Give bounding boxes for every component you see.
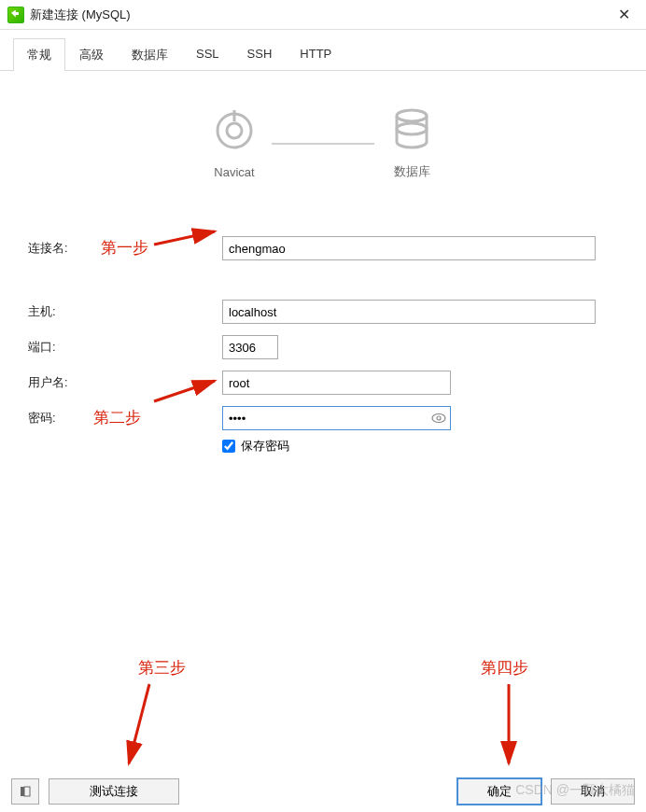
svg-rect-8 <box>24 787 30 796</box>
annotation-step3: 第三步 <box>138 657 186 679</box>
tab-general[interactable]: 常规 <box>13 38 65 71</box>
port-label: 端口: <box>26 339 222 356</box>
tab-ssh[interactable]: SSH <box>233 38 287 71</box>
bottom-bar: 测试连接 确定 取消 <box>0 778 646 805</box>
collapse-button[interactable] <box>11 778 39 805</box>
svg-point-4 <box>397 123 427 134</box>
tab-ssl[interactable]: SSL <box>182 38 233 71</box>
svg-point-5 <box>432 414 445 423</box>
cancel-button[interactable]: 取消 <box>551 778 635 805</box>
svg-point-1 <box>227 123 242 138</box>
titlebar: 新建连接 (MySQL) ✕ <box>0 0 646 30</box>
test-connection-button[interactable]: 测试连接 <box>49 778 179 805</box>
svg-point-3 <box>397 110 427 121</box>
connector-line <box>272 143 374 145</box>
save-pwd-checkbox[interactable] <box>222 440 235 453</box>
tab-advanced[interactable]: 高级 <box>65 38 118 71</box>
navicat-label: Navicat <box>214 165 254 179</box>
navicat-icon <box>212 108 257 156</box>
database-icon <box>389 106 434 154</box>
conn-name-label: 连接名: <box>26 240 222 257</box>
port-input[interactable] <box>222 335 278 359</box>
svg-rect-7 <box>21 787 24 796</box>
app-icon <box>7 7 24 23</box>
window-title: 新建连接 (MySQL) <box>30 7 609 23</box>
close-icon[interactable]: ✕ <box>609 2 639 28</box>
save-pwd-label: 保存密码 <box>241 438 289 455</box>
save-pwd-row[interactable]: 保存密码 <box>222 438 620 455</box>
eye-icon[interactable] <box>428 407 450 429</box>
tabs: 常规 高级 数据库 SSL SSH HTTP <box>0 37 646 71</box>
user-label: 用户名: <box>26 374 222 391</box>
ok-button[interactable]: 确定 <box>457 778 541 805</box>
svg-point-6 <box>437 416 441 420</box>
host-input[interactable] <box>222 300 596 324</box>
logo-row: Navicat 数据库 <box>26 106 620 180</box>
pwd-input[interactable] <box>223 407 428 429</box>
conn-name-input[interactable] <box>222 236 596 260</box>
annotation-step4: 第四步 <box>481 657 528 679</box>
host-label: 主机: <box>26 303 222 320</box>
svg-line-11 <box>129 684 149 763</box>
tab-database[interactable]: 数据库 <box>118 38 182 71</box>
database-label: 数据库 <box>394 163 430 180</box>
user-input[interactable] <box>222 371 451 395</box>
pwd-label: 密码: <box>26 410 222 427</box>
pwd-input-wrap <box>222 406 451 430</box>
tab-http[interactable]: HTTP <box>286 38 345 71</box>
